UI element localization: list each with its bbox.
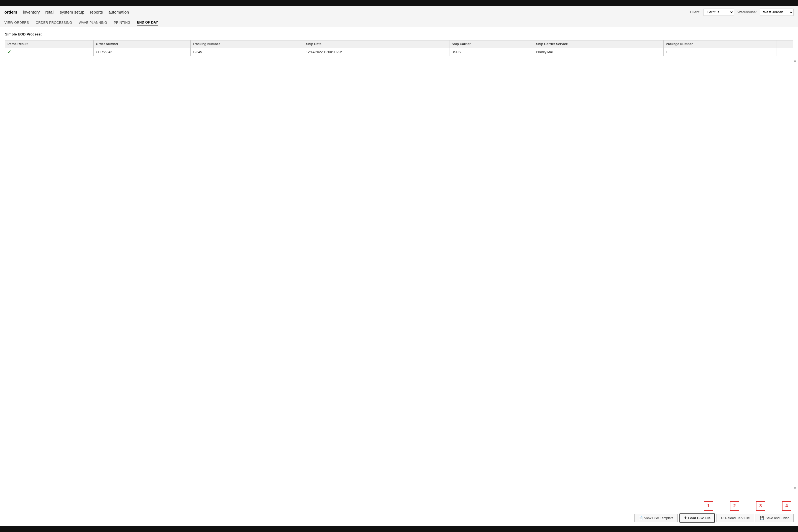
cell-ship-carrier: USPS xyxy=(449,48,534,56)
nav-inventory[interactable]: inventory xyxy=(23,8,40,16)
section-title: Simple EOD Process: xyxy=(5,32,793,36)
nav-automation[interactable]: automation xyxy=(108,8,129,16)
main-content: Simple EOD Process: Parse Result Order N… xyxy=(0,27,798,504)
col-tracking-number: Tracking Number xyxy=(190,40,304,48)
step-1: 1 xyxy=(704,501,713,504)
col-order-number: Order Number xyxy=(93,40,190,48)
warehouse-select[interactable]: West Jordan xyxy=(760,8,794,16)
sub-nav: VIEW ORDERS ORDER PROCESSING WAVE PLANNI… xyxy=(0,18,798,27)
cell-parse-result: ✓ xyxy=(5,48,94,56)
warehouse-label: Warehouse: xyxy=(737,10,757,14)
main-nav: orders inventory retail system setup rep… xyxy=(0,6,798,18)
col-parse-result: Parse Result xyxy=(5,40,94,48)
nav-retail[interactable]: retail xyxy=(45,8,55,16)
client-select[interactable]: Cerritus xyxy=(704,8,734,16)
col-extra xyxy=(776,40,793,48)
cell-ship-date: 12/14/2022 12:00:00 AM xyxy=(304,48,449,56)
sub-nav-view-orders[interactable]: VIEW ORDERS xyxy=(4,20,29,26)
nav-reports[interactable]: reports xyxy=(90,8,103,16)
bottom-bar: 1 2 3 4 📄 View CSV Template ⬆ Load CSV F… xyxy=(0,501,798,504)
step-3: 3 xyxy=(756,501,765,504)
sub-nav-end-of-day[interactable]: END OF DAY xyxy=(137,19,158,26)
cell-extra xyxy=(776,48,793,56)
client-label: Client: xyxy=(690,10,701,14)
cell-order-number: CER55343 xyxy=(93,48,190,56)
check-icon: ✓ xyxy=(7,50,11,54)
cell-tracking-number: 12345 xyxy=(190,48,304,56)
step-numbers-row: 1 2 3 4 xyxy=(704,501,791,504)
cell-package-number: 1 xyxy=(663,48,776,56)
col-ship-date: Ship Date xyxy=(304,40,449,48)
top-bar xyxy=(0,0,798,6)
sub-nav-order-processing[interactable]: ORDER PROCESSING xyxy=(36,20,72,26)
nav-right: Client: Cerritus Warehouse: West Jordan xyxy=(690,8,794,16)
cell-ship-carrier-service: Priority Mail xyxy=(534,48,663,56)
col-ship-carrier: Ship Carrier xyxy=(449,40,534,48)
nav-system-setup[interactable]: system setup xyxy=(60,8,84,16)
scroll-arrow-down[interactable]: ▼ xyxy=(793,486,797,491)
step-4: 4 xyxy=(782,501,791,504)
scroll-arrow-up[interactable]: ▲ xyxy=(793,58,797,63)
table-row: ✓ CER55343 12345 12/14/2022 12:00:00 AM … xyxy=(5,48,793,56)
nav-links: orders inventory retail system setup rep… xyxy=(4,8,690,16)
step-2: 2 xyxy=(730,501,739,504)
nav-orders[interactable]: orders xyxy=(4,8,17,16)
sub-nav-wave-planning[interactable]: WAVE PLANNING xyxy=(79,20,107,26)
sub-nav-printing[interactable]: PRINTING xyxy=(114,20,131,26)
eod-table: Parse Result Order Number Tracking Numbe… xyxy=(5,40,793,56)
col-package-number: Package Number xyxy=(663,40,776,48)
col-ship-carrier-service: Ship Carrier Service xyxy=(534,40,663,48)
